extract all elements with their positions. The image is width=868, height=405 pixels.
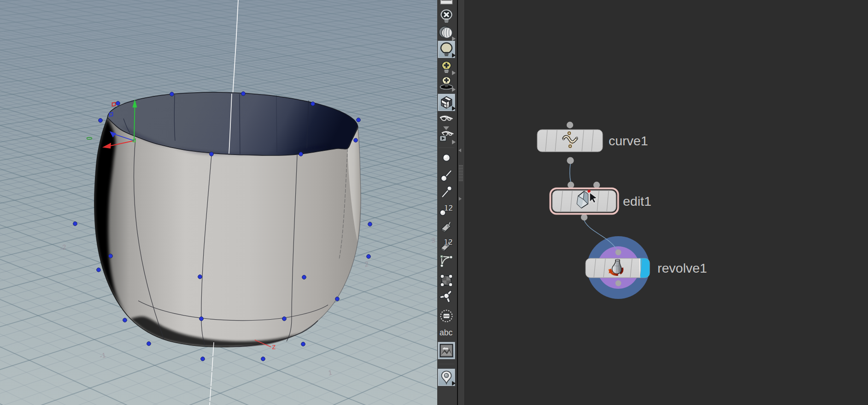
- svg-text:revolve1: revolve1: [657, 261, 707, 275]
- svg-text:abc: abc: [440, 328, 452, 337]
- svg-text:z: z: [272, 342, 276, 351]
- svg-text:curve1: curve1: [609, 133, 648, 148]
- svg-text:edit1: edit1: [623, 194, 651, 208]
- svg-text:12: 12: [444, 238, 453, 247]
- svg-text:12: 12: [444, 203, 453, 213]
